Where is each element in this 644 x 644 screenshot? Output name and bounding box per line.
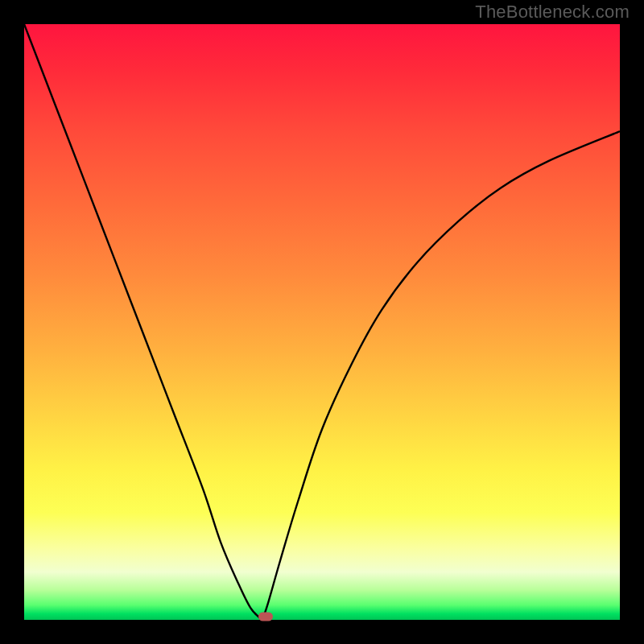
curve-svg <box>24 24 620 620</box>
curve-right <box>262 131 620 620</box>
minimum-marker <box>258 612 273 621</box>
chart-frame: TheBottleneck.com <box>0 0 644 644</box>
plot-area <box>24 24 620 620</box>
curve-left <box>24 24 262 620</box>
watermark-text: TheBottleneck.com <box>475 2 630 23</box>
